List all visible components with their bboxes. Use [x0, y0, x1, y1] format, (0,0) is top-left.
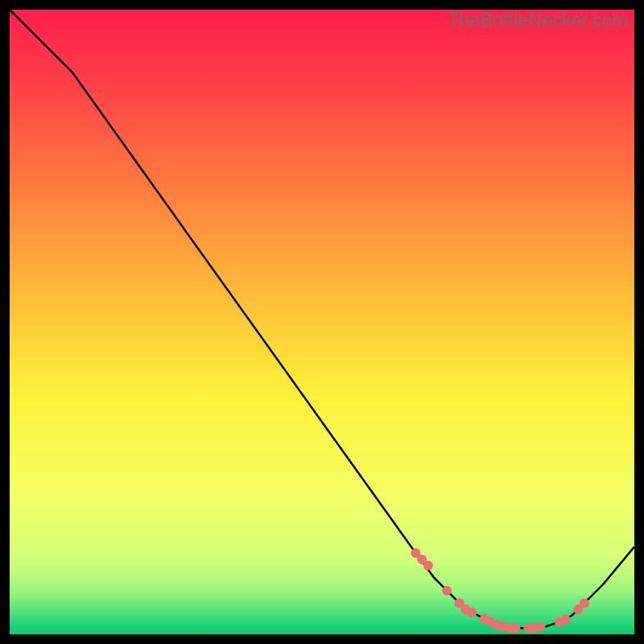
data-marker [423, 561, 433, 571]
chart-frame: TheBottleNecker.com [10, 10, 634, 634]
data-marker [580, 598, 589, 608]
data-marker [511, 623, 521, 633]
data-marker [467, 608, 477, 617]
watermark-text: TheBottleNecker.com [448, 10, 628, 31]
data-marker [442, 586, 452, 596]
data-marker [561, 614, 571, 624]
gradient-background [10, 10, 634, 634]
chart-svg [10, 10, 634, 634]
data-marker [536, 622, 546, 632]
